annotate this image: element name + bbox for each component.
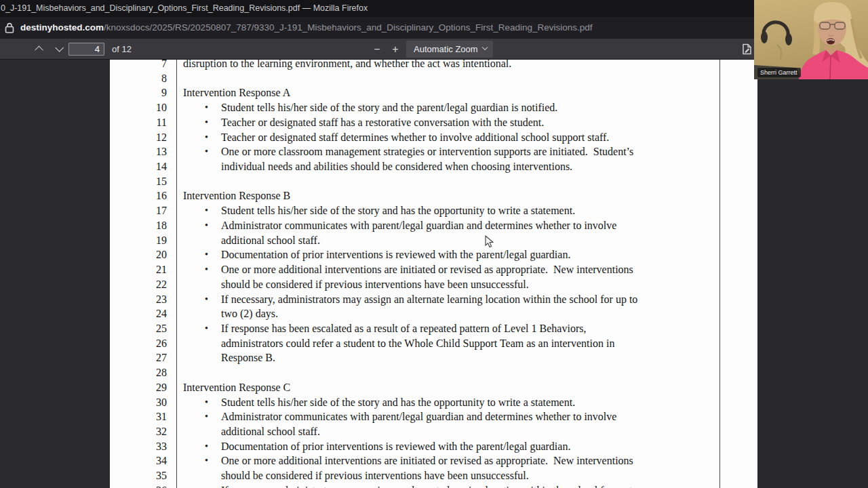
- participant-name-label: Sherri Garrett: [757, 68, 801, 77]
- bullet-icon: •: [205, 144, 208, 159]
- previous-page-button[interactable]: [30, 39, 47, 60]
- doc-line: 28: [110, 365, 757, 380]
- line-number: 33: [110, 439, 167, 454]
- doc-line-text: One or more additional interventions are…: [221, 453, 633, 468]
- doc-line: 17•Student tells his/her side of the sto…: [110, 203, 757, 218]
- line-number: 36: [110, 483, 167, 488]
- pdf-viewer[interactable]: 7disruption to the learning environment,…: [0, 60, 868, 488]
- line-number: 21: [110, 262, 167, 277]
- bullet-icon: •: [205, 115, 208, 130]
- bullet-icon: •: [205, 292, 208, 307]
- doc-line-text: Documentation of prior interventions is …: [221, 439, 570, 454]
- zoom-level-value: Automatic Zoom: [414, 44, 478, 54]
- doc-line: 36•If necessary, administrators may assi…: [110, 483, 757, 488]
- bullet-icon: •: [205, 262, 208, 277]
- bullet-icon: •: [205, 130, 208, 145]
- doc-line: 18•Administrator communicates with paren…: [110, 218, 757, 233]
- webcam-video: Sherri Garrett: [754, 0, 868, 79]
- doc-line: 13•One or more classroom management stra…: [110, 144, 757, 159]
- doc-line: 10•Student tells his/her side of the sto…: [110, 100, 757, 115]
- line-number: 17: [110, 203, 167, 218]
- doc-line-text: Documentation of prior interventions is …: [221, 247, 570, 262]
- document-body: 7disruption to the learning environment,…: [110, 60, 757, 488]
- line-number: 11: [110, 115, 167, 130]
- doc-line-text: Response B.: [221, 350, 275, 365]
- chevron-up-icon: [35, 46, 43, 55]
- line-number: 9: [110, 85, 167, 100]
- doc-line: 12•Teacher or designated staff determine…: [110, 130, 757, 145]
- bullet-icon: •: [205, 409, 208, 424]
- line-number: 23: [110, 292, 167, 307]
- doc-line: 20•Documentation of prior interventions …: [110, 247, 757, 262]
- url-domain: destinyhosted.com: [20, 22, 104, 33]
- bullet-icon: •: [205, 218, 208, 233]
- line-number: 10: [110, 100, 167, 115]
- pdf-toolbar: of 12 − + Automatic Zoom: [0, 39, 868, 60]
- window-titlebar: 0_J-191_Misbehaviors_and_Disciplinary_Op…: [0, 0, 868, 17]
- doc-line: 14individual needs and abilities should …: [110, 159, 757, 174]
- doc-line-text: Intervention Response A: [183, 85, 290, 100]
- minus-icon: −: [374, 43, 380, 55]
- doc-line: 31•Administrator communicates with paren…: [110, 409, 757, 424]
- doc-line: 29Intervention Response C: [110, 380, 757, 395]
- doc-line: 34•One or more additional interventions …: [110, 453, 757, 468]
- zoom-out-button[interactable]: −: [368, 39, 386, 60]
- line-number: 14: [110, 159, 167, 174]
- doc-line: 24two (2) days.: [110, 306, 757, 321]
- bullet-icon: •: [205, 203, 208, 218]
- url-text[interactable]: destinyhosted.com/knoxsdocs/2025/RS/2025…: [20, 17, 592, 39]
- bullet-icon: •: [205, 100, 208, 115]
- bullet-icon: •: [205, 247, 208, 262]
- doc-line: 30•Student tells his/her side of the sto…: [110, 395, 757, 410]
- doc-line-text: individual needs and abilities should be…: [221, 159, 572, 174]
- doc-line-text: One or more additional interventions are…: [221, 262, 633, 277]
- bullet-icon: •: [205, 439, 208, 454]
- line-number: 32: [110, 424, 167, 439]
- doc-line: 16Intervention Response B: [110, 188, 757, 203]
- doc-line-text: two (2) days.: [221, 306, 278, 321]
- doc-line: 35should be considered if previous inter…: [110, 468, 757, 483]
- next-page-button[interactable]: [49, 39, 66, 60]
- bullet-icon: •: [205, 453, 208, 468]
- doc-line: 32additional school staff.: [110, 424, 757, 439]
- chevron-down-icon: [482, 45, 488, 50]
- doc-line-text: additional school staff.: [221, 424, 320, 439]
- line-number: 20: [110, 247, 167, 262]
- mouse-cursor-icon: [485, 235, 494, 249]
- edit-document-icon[interactable]: [741, 43, 753, 56]
- line-number: 16: [110, 188, 167, 203]
- doc-line-text: Student tells his/her side of the story …: [221, 100, 557, 115]
- chevron-down-icon: [55, 43, 64, 52]
- zoom-in-button[interactable]: +: [387, 39, 404, 60]
- doc-line-text: disruption to the learning environment, …: [183, 60, 511, 71]
- doc-line: 33•Documentation of prior interventions …: [110, 439, 757, 454]
- line-number: 12: [110, 130, 167, 145]
- url-path: /knoxsdocs/2025/RS/20250807_787/9330_J-1…: [104, 22, 592, 33]
- line-number: 13: [110, 144, 167, 159]
- doc-line: 22should be considered if previous inter…: [110, 277, 757, 292]
- line-number: 29: [110, 380, 167, 395]
- doc-line: 19additional school staff.: [110, 233, 757, 248]
- doc-line-text: Intervention Response C: [183, 380, 290, 395]
- doc-line: 25•If response has been escalated as a r…: [110, 321, 757, 336]
- doc-line-text: should be considered if previous interve…: [221, 277, 529, 292]
- doc-line-text: Teacher or designated staff has a restor…: [221, 115, 544, 130]
- page-number-input[interactable]: [68, 43, 104, 56]
- line-number: 19: [110, 233, 167, 248]
- zoom-level-select[interactable]: Automatic Zoom: [406, 41, 493, 58]
- doc-line-text: Administrator communicates with parent/l…: [221, 218, 616, 233]
- doc-line: 9Intervention Response A: [110, 85, 757, 100]
- doc-line-text: Intervention Response B: [183, 188, 290, 203]
- viewer-right-panel: [757, 79, 868, 488]
- line-number: 25: [110, 321, 167, 336]
- line-number: 7: [110, 60, 167, 71]
- line-number: 22: [110, 277, 167, 292]
- doc-line-text: Teacher or designated staff determines w…: [221, 130, 609, 145]
- url-bar[interactable]: destinyhosted.com/knoxsdocs/2025/RS/2025…: [0, 17, 868, 39]
- line-number: 24: [110, 306, 167, 321]
- line-number: 18: [110, 218, 167, 233]
- line-number: 28: [110, 365, 167, 380]
- doc-line: 7disruption to the learning environment,…: [110, 60, 757, 71]
- line-number: 35: [110, 468, 167, 483]
- doc-line-text: If necessary, administrators may assign …: [221, 292, 637, 307]
